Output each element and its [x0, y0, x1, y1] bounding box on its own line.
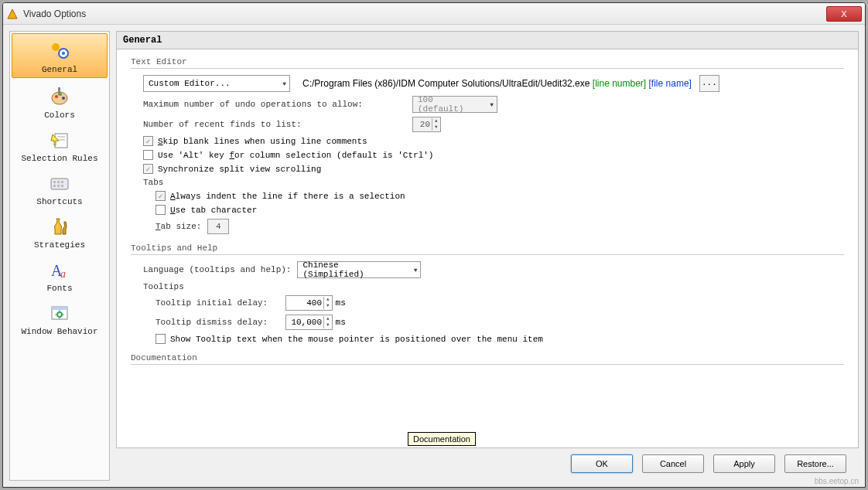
svg-rect-7 — [58, 87, 60, 95]
always-indent-label: Always indent the line if there is a sel… — [170, 192, 405, 201]
svg-rect-15 — [53, 185, 56, 187]
alt-key-checkbox[interactable]: Use 'Alt' key for column selection (defa… — [143, 150, 433, 160]
dismiss-delay-spinner[interactable]: ▲▼ — [285, 315, 333, 330]
ms-label: ms — [336, 298, 346, 308]
max-undo-dropdown[interactable]: 100 (default) — [412, 96, 497, 113]
checkbox-icon — [155, 334, 166, 344]
group-title: Tooltips and Help — [131, 243, 844, 255]
line-number-token: [line number] — [593, 78, 646, 89]
language-label: Language (tooltips and help): — [143, 265, 291, 274]
browse-button[interactable]: ... — [699, 75, 719, 92]
checkbox-icon — [143, 136, 153, 146]
recent-finds-value[interactable] — [413, 120, 432, 129]
dismiss-delay-value[interactable] — [286, 318, 323, 327]
sidebar-item-selection-rules[interactable]: Selection Rules — [10, 123, 109, 166]
svg-text:a: a — [60, 268, 66, 280]
ms-label: ms — [336, 318, 346, 327]
svg-point-4 — [55, 95, 58, 98]
use-tab-char-checkbox[interactable]: Use tab character — [155, 205, 257, 215]
svg-rect-16 — [57, 185, 60, 187]
spinner-up-icon[interactable]: ▲ — [324, 316, 332, 322]
titlebar[interactable]: Vivado Options X — [3, 3, 865, 25]
tabs-subtitle-row: Tabs — [143, 178, 844, 187]
spinner-up-icon[interactable]: ▲ — [432, 118, 440, 124]
selection-rules-icon — [47, 128, 72, 152]
svg-rect-17 — [61, 185, 63, 187]
skip-blank-label: SSkip blank lines when using line commen… — [158, 137, 367, 146]
chess-icon — [47, 214, 72, 239]
sidebar-item-shortcuts[interactable]: Shortcuts — [10, 166, 109, 209]
init-delay-spinner[interactable]: ▲▼ — [285, 295, 333, 311]
init-delay-label: Tooltip initial delay: — [155, 298, 279, 308]
sidebar-item-window-behavior[interactable]: Window Behavior — [10, 296, 109, 339]
language-row: Language (tooltips and help): Chinese (S… — [143, 261, 844, 278]
window-behavior-icon — [47, 301, 72, 325]
show-tooltip-checkbox[interactable]: Show Tooltip text when the mouse pointer… — [155, 334, 543, 344]
checkbox-icon — [155, 205, 166, 215]
sync-split-label: Synchronize split view scrolling — [158, 165, 321, 174]
tabs-subtitle: Tabs — [143, 178, 163, 187]
alt-key-label: Use 'Alt' key for column selection (defa… — [158, 151, 433, 160]
sidebar-item-label: Shortcuts — [36, 197, 82, 206]
tooltip-popup: Documentation — [408, 432, 476, 446]
alt-key-row: Use 'Alt' key for column selection (defa… — [143, 150, 844, 160]
group-title: Text Editor — [131, 57, 844, 69]
tab-size-input[interactable] — [207, 219, 229, 234]
sidebar-item-colors[interactable]: Colors — [10, 80, 109, 123]
window-title: Vivado Options — [23, 9, 826, 19]
sidebar: General Colors Selection Rules Shortcuts… — [9, 31, 110, 481]
recent-finds-spinner[interactable]: ▲▼ — [412, 117, 441, 132]
skip-blank-row: SSkip blank lines when using line commen… — [143, 136, 844, 146]
sync-split-checkbox[interactable]: Synchronize split view scrolling — [143, 164, 321, 174]
recent-finds-label: Number of recent finds to list: — [143, 120, 406, 129]
dismiss-delay-label: Tooltip dismiss delay: — [155, 318, 279, 327]
show-tooltip-label: Show Tooltip text when the mouse pointer… — [170, 335, 543, 344]
sidebar-item-label: Window Behavior — [21, 327, 97, 336]
vivado-options-window: Vivado Options X General Colors Selectio… — [2, 2, 866, 488]
always-indent-checkbox[interactable]: Always indent the line if there is a sel… — [155, 191, 405, 201]
button-bar: OK Cancel Apply Restore... — [116, 448, 859, 481]
ok-button[interactable]: OK — [571, 454, 633, 473]
init-delay-row: Tooltip initial delay: ▲▼ ms — [155, 295, 844, 311]
file-name-token: [file name] — [649, 78, 692, 89]
max-undo-label: Maximum number of undo operations to all… — [143, 100, 406, 109]
cancel-button[interactable]: Cancel — [642, 454, 704, 473]
svg-point-0 — [52, 43, 60, 51]
group-documentation: Documentation — [131, 353, 844, 365]
dialog-body: General Colors Selection Rules Shortcuts… — [3, 25, 865, 487]
editor-path: C:/Program Files (x86)/IDM Computer Solu… — [302, 78, 692, 89]
checkbox-icon — [155, 191, 166, 201]
spinner-down-icon[interactable]: ▼ — [324, 303, 332, 309]
general-icon — [47, 39, 72, 63]
section-heading: General — [116, 31, 859, 49]
use-tab-char-label: Use tab character — [170, 206, 257, 215]
apply-button[interactable]: Apply — [713, 454, 775, 473]
checkbox-icon — [143, 150, 153, 160]
always-indent-row: Always indent the line if there is a sel… — [155, 191, 844, 201]
watermark: bbs.eetop.cn — [815, 477, 859, 485]
palette-icon — [47, 84, 72, 109]
init-delay-value[interactable] — [286, 298, 323, 308]
main-panel: General Text Editor Custom Editor... C:/… — [116, 31, 859, 481]
svg-rect-21 — [52, 307, 67, 310]
sidebar-item-general[interactable]: General — [12, 33, 108, 78]
sidebar-item-label: Colors — [44, 111, 75, 120]
language-dropdown[interactable]: Chinese (Simplified) — [297, 261, 421, 278]
content-scroll[interactable]: Text Editor Custom Editor... C:/Program … — [116, 49, 859, 448]
spinner-down-icon[interactable]: ▼ — [432, 124, 440, 131]
dismiss-delay-row: Tooltip dismiss delay: ▲▼ ms — [155, 315, 844, 330]
close-button[interactable]: X — [826, 6, 862, 22]
keyboard-icon — [47, 171, 72, 196]
tooltips-subtitle: Tooltips — [143, 282, 184, 291]
editor-exe-path: C:/Program Files (x86)/IDM Computer Solu… — [302, 78, 589, 89]
sidebar-item-strategies[interactable]: Strategies — [10, 209, 109, 253]
editor-dropdown[interactable]: Custom Editor... — [143, 75, 290, 92]
sidebar-item-fonts[interactable]: Aa Fonts — [10, 253, 109, 296]
show-tooltip-row: Show Tooltip text when the mouse pointer… — [155, 334, 844, 344]
restore-button[interactable]: Restore... — [784, 454, 846, 473]
spinner-up-icon[interactable]: ▲ — [324, 297, 332, 303]
svg-rect-12 — [53, 181, 56, 183]
spinner-down-icon[interactable]: ▼ — [324, 322, 332, 328]
skip-blank-checkbox[interactable]: SSkip blank lines when using line commen… — [143, 136, 367, 146]
sidebar-item-label: Strategies — [34, 240, 85, 250]
